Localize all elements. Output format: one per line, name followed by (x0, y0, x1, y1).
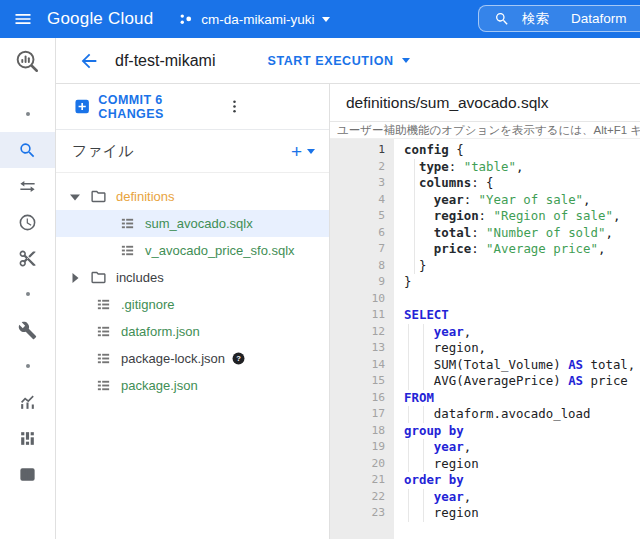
workspace-toolbar: df-test-mikami START EXECUTION (56, 38, 640, 84)
indent-guide (408, 406, 409, 423)
commit-changes-button[interactable]: COMMIT 6 CHANGES (75, 93, 226, 121)
wrench-icon[interactable] (0, 312, 55, 348)
code-line[interactable]: year, (404, 489, 640, 506)
tree-file-row[interactable]: dataform.json (56, 318, 329, 345)
indent-guide (423, 324, 424, 341)
code-line[interactable]: region (404, 505, 640, 522)
code-line[interactable]: region, (404, 340, 640, 357)
table-grid-icon[interactable] (0, 456, 55, 492)
file-icon (96, 297, 111, 312)
line-number: 14 (330, 357, 385, 374)
tree-file-row[interactable]: .gitignore (56, 291, 329, 318)
indent-guide (408, 505, 409, 522)
file-icon (96, 324, 111, 339)
indent-guide (408, 340, 409, 357)
commit-row: COMMIT 6 CHANGES (56, 84, 329, 130)
dot-icon[interactable] (0, 348, 55, 384)
files-header: ファイル + (56, 130, 329, 173)
hamburger-menu-icon[interactable] (13, 9, 33, 29)
code-line[interactable]: SUM(Total_Volume) AS total, (404, 357, 640, 374)
workspace-title: df-test-mikami (115, 52, 215, 70)
analytics-icon[interactable] (0, 384, 55, 420)
line-number: 7 (330, 241, 385, 258)
code-content[interactable]: config { type: "table", columns: { year:… (394, 139, 640, 539)
code-line[interactable]: } (404, 258, 640, 275)
line-number: 4 (330, 192, 385, 209)
code-line[interactable]: dataform.avocado_load (404, 406, 640, 423)
line-number: 17 (330, 406, 385, 423)
code-line[interactable]: FROM (404, 390, 640, 407)
code-line[interactable]: year, (404, 439, 640, 456)
line-number: 22 (330, 489, 385, 506)
code-line[interactable]: price: "Average price", (404, 241, 640, 258)
caret-collapsed-icon[interactable] (70, 273, 80, 283)
dot-icon[interactable] (0, 276, 55, 312)
code-line[interactable]: type: "table", (404, 159, 640, 176)
indent-guide (414, 175, 415, 192)
caret-down-icon (322, 17, 330, 22)
plus-icon: + (291, 142, 302, 161)
code-line[interactable]: year, (404, 324, 640, 341)
code-line[interactable]: SELECT (404, 307, 640, 324)
file-label: package.json (121, 378, 198, 393)
bi-blocks-icon[interactable] (0, 420, 55, 456)
file-icon (120, 216, 135, 231)
svg-text:?: ? (236, 354, 241, 363)
indent-guide (423, 489, 424, 506)
dot-icon[interactable] (0, 96, 55, 132)
search-value: Dataform (571, 11, 627, 26)
caret-expanded-icon[interactable] (70, 192, 80, 202)
folder-icon (90, 269, 107, 286)
indent-guide (414, 225, 415, 242)
dataform-logo-icon (0, 38, 55, 84)
code-line[interactable]: group by (404, 423, 640, 440)
google-cloud-logo[interactable]: Google Cloud (47, 9, 153, 29)
help-icon[interactable]: ? (232, 352, 245, 365)
tree-folder-row[interactable]: includes (56, 264, 329, 291)
commit-changes-label: COMMIT 6 CHANGES (98, 93, 226, 121)
file-tree: definitionssum_avocado.sqlxv_avocado_pri… (56, 173, 329, 399)
indent-guide (408, 439, 409, 456)
search-icon[interactable] (0, 132, 55, 168)
code-line[interactable]: year: "Year of sale", (404, 192, 640, 209)
add-file-button[interactable]: + (291, 142, 315, 161)
line-number: 9 (330, 274, 385, 291)
file-label: dataform.json (121, 324, 200, 339)
code-line[interactable]: total: "Number of sold", (404, 225, 640, 242)
kebab-menu-icon[interactable] (226, 98, 243, 115)
code-line[interactable] (404, 291, 640, 308)
line-number: 18 (330, 423, 385, 440)
code-line[interactable]: region (404, 456, 640, 473)
line-number: 5 (330, 208, 385, 225)
tree-file-row[interactable]: v_avocado_price_sfo.sqlx (56, 237, 329, 264)
back-arrow-icon[interactable] (78, 50, 100, 72)
line-number-gutter: 1234567891011121314151617181920212223 (330, 139, 394, 539)
file-label: package-lock.json (121, 351, 225, 366)
project-icon (177, 11, 194, 28)
code-line[interactable]: AVG(AveragePrice) AS price (404, 373, 640, 390)
code-line[interactable]: columns: { (404, 175, 640, 192)
code-line[interactable]: config { (404, 142, 640, 159)
search-input[interactable]: 検索 Dataform (478, 5, 640, 32)
line-number: 10 (330, 291, 385, 308)
tree-file-row[interactable]: package.json (56, 372, 329, 399)
line-number: 15 (330, 373, 385, 390)
tree-file-row[interactable]: sum_avocado.sqlx (56, 210, 329, 237)
start-execution-button[interactable]: START EXECUTION (267, 54, 409, 68)
clock-icon[interactable] (0, 204, 55, 240)
cut-icon[interactable] (0, 240, 55, 276)
tree-folder-row[interactable]: definitions (56, 183, 329, 210)
code-line[interactable]: order by (404, 472, 640, 489)
indent-guide (423, 456, 424, 473)
code-line[interactable]: region: "Region of sale", (404, 208, 640, 225)
indent-guide (423, 505, 424, 522)
add-box-icon (75, 99, 89, 114)
indent-guide (423, 340, 424, 357)
line-number: 1 (330, 142, 385, 159)
sync-alt-icon[interactable] (0, 168, 55, 204)
project-switcher[interactable]: cm-da-mikami-yuki (177, 11, 329, 28)
tree-file-row[interactable]: package-lock.json? (56, 345, 329, 372)
caret-down-icon (402, 58, 410, 63)
line-number: 3 (330, 175, 385, 192)
code-line[interactable]: } (404, 274, 640, 291)
